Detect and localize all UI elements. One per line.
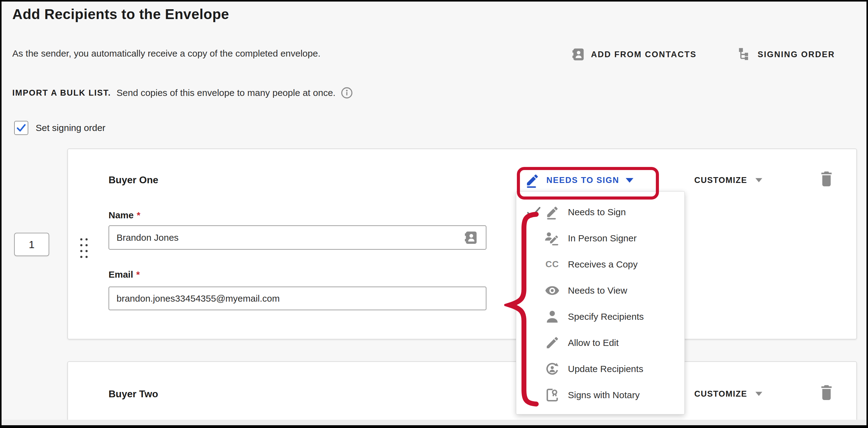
required-asterisk: *	[136, 269, 140, 280]
menu-item-signs-with-notary[interactable]: Signs with Notary	[516, 382, 684, 408]
customize-dropdown-button[interactable]: CUSTOMIZE	[694, 386, 763, 402]
recipient-role-title: Buyer Two	[108, 388, 158, 400]
name-input[interactable]: Brandon Jones	[108, 225, 487, 250]
drag-handle-icon[interactable]	[80, 238, 88, 258]
delete-recipient-button[interactable]	[818, 384, 835, 402]
menu-item-label: Allow to Edit	[568, 338, 619, 348]
refresh-person-icon	[545, 361, 560, 377]
required-asterisk: *	[137, 210, 141, 220]
in-person-signer-icon	[545, 231, 560, 246]
customize-label: CUSTOMIZE	[694, 176, 747, 185]
trash-icon	[818, 384, 835, 402]
checkbox-check-icon	[16, 123, 26, 133]
notary-icon	[545, 388, 560, 403]
menu-item-label: In Person Signer	[568, 233, 637, 244]
set-signing-order-checkbox[interactable]	[14, 121, 28, 135]
signing-order-button[interactable]: SIGNING ORDER	[738, 47, 835, 62]
contact-card-icon[interactable]	[464, 230, 478, 245]
pen-icon	[545, 335, 560, 350]
page-title: Add Recipients to the Envelope	[12, 6, 229, 23]
sign-pen-icon	[545, 205, 560, 220]
bulk-import-description: Send copies of this envelope to many peo…	[117, 88, 336, 98]
cc-icon: CC	[545, 257, 560, 272]
delete-recipient-button[interactable]	[818, 170, 835, 188]
person-icon	[545, 309, 560, 325]
trash-icon	[818, 170, 835, 188]
menu-item-label: Needs to Sign	[568, 207, 626, 217]
email-input[interactable]: brandon.jones33454355@myemail.com	[108, 286, 487, 310]
eye-icon	[545, 283, 560, 298]
menu-item-label: Specify Recipients	[568, 311, 644, 322]
needs-to-sign-dropdown-button[interactable]: NEEDS TO SIGN	[524, 171, 634, 190]
menu-item-specify-recipients[interactable]: Specify Recipients	[516, 303, 684, 330]
signing-order-label: SIGNING ORDER	[757, 50, 835, 59]
menu-item-receives-a-copy[interactable]: CC Receives a Copy	[516, 251, 684, 277]
customize-dropdown-button[interactable]: CUSTOMIZE	[694, 173, 763, 188]
menu-item-label: Receives a Copy	[568, 259, 638, 270]
bulk-import-link[interactable]: IMPORT A BULK LIST.	[12, 88, 111, 98]
selected-check-icon	[527, 205, 542, 219]
hierarchy-icon	[738, 48, 752, 61]
menu-item-needs-to-view[interactable]: Needs to View	[516, 277, 684, 303]
menu-item-allow-to-edit[interactable]: Allow to Edit	[516, 330, 684, 356]
name-field-label: Name*	[108, 210, 140, 220]
add-from-contacts-label: ADD FROM CONTACTS	[591, 50, 696, 59]
set-signing-order-row: Set signing order	[14, 121, 105, 135]
menu-item-label: Update Recipients	[568, 364, 643, 374]
set-signing-order-label: Set signing order	[36, 123, 105, 133]
footer-strip	[2, 420, 866, 425]
chevron-down-icon	[755, 178, 763, 183]
menu-item-label: Needs to View	[568, 285, 627, 296]
email-field-label: Email*	[108, 269, 140, 280]
info-icon[interactable]	[341, 87, 353, 99]
customize-label: CUSTOMIZE	[694, 389, 747, 399]
bulk-import-row: IMPORT A BULK LIST. Send copies of this …	[12, 87, 353, 99]
recipient-role-title: Buyer One	[108, 174, 158, 186]
add-from-contacts-button[interactable]: ADD FROM CONTACTS	[571, 47, 696, 62]
menu-item-needs-to-sign[interactable]: Needs to Sign	[516, 199, 684, 225]
chevron-down-icon	[625, 178, 634, 183]
name-input-value: Brandon Jones	[117, 233, 464, 243]
sign-pen-icon	[524, 172, 540, 188]
contact-card-icon	[571, 48, 585, 61]
menu-item-label: Signs with Notary	[568, 390, 640, 400]
signing-order-number-input[interactable]: 1	[14, 233, 49, 256]
chevron-down-icon	[755, 391, 763, 396]
recipient-role-menu: Needs to Sign In Person Signer	[516, 191, 685, 415]
sender-note: As the sender, you automatically receive…	[12, 48, 320, 59]
email-input-value: brandon.jones33454355@myemail.com	[117, 293, 478, 304]
role-button-label: NEEDS TO SIGN	[547, 176, 619, 185]
menu-item-in-person-signer[interactable]: In Person Signer	[516, 225, 684, 251]
menu-item-update-recipients[interactable]: Update Recipients	[516, 356, 684, 382]
add-recipients-page: Add Recipients to the Envelope As the se…	[2, 2, 866, 425]
screenshot-frame: Add Recipients to the Envelope As the se…	[0, 0, 868, 428]
